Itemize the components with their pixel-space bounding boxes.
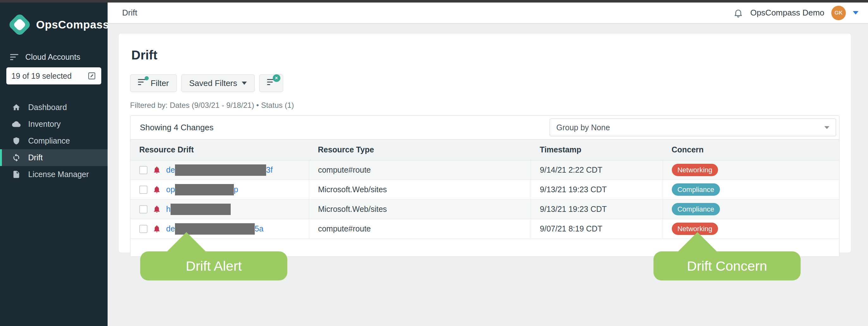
sidebar-item-label: Compliance [28, 136, 70, 145]
table-topbar: Showing 4 Changes Group by None [130, 116, 839, 139]
sidebar-item-label: Dashboard [28, 103, 67, 112]
resource-type-cell: compute#route [309, 219, 531, 239]
sidebar-item-label: Drift [28, 153, 43, 162]
sidebar-item-drift[interactable]: Drift [0, 149, 107, 166]
cloud-accounts-selector[interactable]: 19 of 19 selected [6, 67, 101, 85]
table-row: de5a compute#route 9/07/21 8:19 CDT Netw… [130, 219, 839, 239]
callout-label: Drift Alert [140, 251, 287, 281]
sidebar-item-label: License Manager [28, 170, 89, 179]
avatar[interactable]: GK [831, 6, 846, 20]
callout-pointer [678, 232, 717, 252]
caret-down-icon[interactable] [853, 11, 859, 14]
col-header-concern: Concern [663, 139, 839, 160]
row-select-checkbox[interactable] [139, 186, 148, 194]
drift-page: Drift Filter Saved Filters × Filtered by… [107, 24, 868, 326]
row-select-checkbox[interactable] [139, 205, 148, 214]
resource-link[interactable]: opp [166, 184, 238, 195]
filter-lines-icon [10, 53, 18, 62]
row-select-checkbox[interactable] [139, 225, 148, 233]
col-header-resource-drift: Resource Drift [130, 139, 309, 160]
sidebar-item-dashboard[interactable]: Dashboard [0, 99, 107, 116]
redaction-bar [170, 204, 231, 215]
row-select-checkbox[interactable] [139, 166, 148, 174]
drift-table: Showing 4 Changes Group by None Resource… [130, 116, 839, 257]
logo[interactable]: OpsCompass [0, 3, 107, 35]
callout-pointer [167, 232, 206, 252]
concern-badge: Compliance [672, 184, 720, 196]
results-summary: Showing 4 Changes [140, 123, 214, 132]
opscompass-logo-icon [9, 14, 30, 35]
col-header-timestamp: Timestamp [531, 139, 663, 160]
breadcrumb: Drift [122, 8, 137, 18]
filter-button-label: Filter [151, 78, 169, 88]
shield-icon [12, 137, 21, 145]
edit-icon[interactable] [87, 71, 96, 80]
timestamp-cell: 9/07/21 8:19 CDT [531, 219, 663, 239]
home-icon [12, 103, 21, 111]
app-window: OpsCompass Cloud Accounts 19 of 19 selec… [0, 0, 868, 326]
saved-filters-label: Saved Filters [189, 78, 237, 88]
table-row: opp Microsoft.Web/sites 9/13/21 19:23 CD… [130, 180, 839, 199]
filter-toolbar: Filter Saved Filters × [130, 74, 839, 92]
timestamp-cell: 9/13/21 19:23 CDT [531, 199, 663, 219]
table-header-row: Resource Drift Resource Type Timestamp C… [130, 139, 839, 160]
sidebar: OpsCompass Cloud Accounts 19 of 19 selec… [0, 3, 107, 326]
alert-bell-icon [153, 185, 161, 194]
topbar: Drift OpsCompass Demo GK [107, 3, 868, 24]
clear-filters-button[interactable]: × [259, 74, 283, 92]
alert-bell-icon [153, 225, 161, 233]
callout-drift-concern: Drift Concern [653, 251, 801, 281]
bell-outline-icon[interactable] [733, 8, 743, 18]
callout-label: Drift Concern [653, 251, 801, 281]
account-name: OpsCompass Demo [750, 8, 824, 18]
resource-link[interactable]: h [166, 204, 231, 215]
concern-badge: Compliance [672, 203, 720, 215]
sidebar-nav: Dashboard Inventory Compliance Drift Lic… [0, 99, 107, 183]
accounts-selected-summary: 19 of 19 selected [11, 71, 71, 80]
caret-down-icon [824, 126, 829, 129]
drift-card: Drift Filter Saved Filters × Filtered by… [118, 33, 851, 253]
redaction-bar [175, 184, 234, 195]
callout-drift-alert: Drift Alert [140, 251, 287, 281]
resource-type-cell: Microsoft.Web/sites [309, 180, 531, 199]
sync-icon [12, 153, 21, 162]
resource-type-cell: compute#route [309, 160, 531, 180]
concern-badge: Networking [672, 164, 718, 176]
sidebar-item-inventory[interactable]: Inventory [0, 116, 107, 132]
cloud-icon [12, 120, 21, 128]
alert-bell-icon [153, 205, 161, 214]
logo-text: OpsCompass [36, 18, 109, 31]
resource-type-cell: Microsoft.Web/sites [309, 199, 531, 219]
caret-down-icon [242, 82, 247, 85]
document-icon [12, 170, 21, 178]
group-by-select[interactable]: Group by None [550, 119, 836, 136]
redaction-bar [175, 164, 266, 176]
sidebar-item-license-manager[interactable]: License Manager [0, 166, 107, 183]
timestamp-cell: 9/13/21 19:23 CDT [531, 180, 663, 199]
page-title: Drift [131, 48, 839, 62]
table-row: de3f compute#route 9/14/21 2:22 CDT Netw… [130, 160, 839, 180]
col-header-resource-type: Resource Type [309, 139, 531, 160]
cloud-accounts-header: Cloud Accounts [10, 53, 107, 62]
table-row: h Microsoft.Web/sites 9/13/21 19:23 CDT … [130, 199, 839, 219]
group-by-value: Group by None [556, 123, 610, 132]
window-top-strip [0, 0, 868, 3]
filter-summary: Filtered by: Dates (9/03/21 - 9/18/21) •… [130, 101, 839, 110]
sidebar-item-label: Inventory [28, 120, 61, 129]
alert-bell-icon [153, 166, 161, 174]
filter-button[interactable]: Filter [130, 74, 177, 92]
cloud-accounts-label: Cloud Accounts [25, 53, 81, 62]
resource-link[interactable]: de3f [166, 164, 273, 176]
saved-filters-button[interactable]: Saved Filters [181, 74, 255, 92]
timestamp-cell: 9/14/21 2:22 CDT [531, 160, 663, 180]
sidebar-item-compliance[interactable]: Compliance [0, 132, 107, 149]
